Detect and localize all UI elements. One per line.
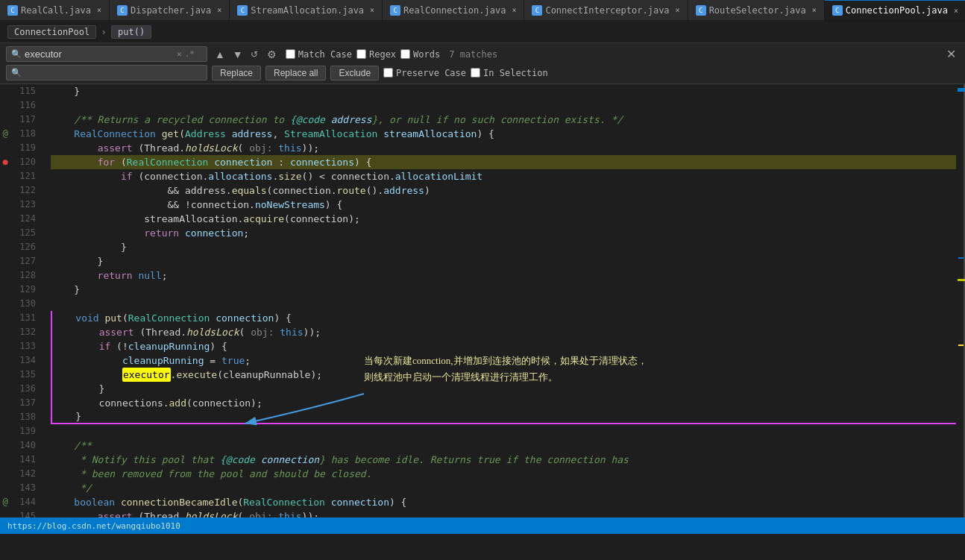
- line-num-127: 127: [13, 254, 36, 268]
- code-line-132: assert (Thread. holdsLock ( obj: this ))…: [51, 325, 956, 339]
- tab-dispatcher[interactable]: C Dispatcher.java ×: [110, 0, 230, 21]
- code-line-144: boolean connectionBecameIdle ( RealConne…: [51, 495, 956, 509]
- gutter-icon-144: @: [0, 495, 10, 509]
- find-prev-btn[interactable]: ▲: [212, 48, 228, 61]
- line-num-139: 139: [13, 424, 36, 438]
- line-num-138: 138: [13, 410, 36, 424]
- line-num-119: 119: [13, 141, 36, 155]
- code-line-127: }: [51, 254, 956, 268]
- tab-routesel[interactable]: C RouteSelector.java ×: [688, 0, 825, 21]
- tab-close-connectinterceptor[interactable]: ×: [676, 6, 680, 14]
- line-num-123: 123: [13, 198, 36, 212]
- code-line-139: [51, 424, 956, 438]
- preserve-case-label: Preserve Case: [396, 68, 466, 78]
- preserve-case-checkbox[interactable]: [383, 68, 393, 78]
- tab-close-realconn[interactable]: ×: [512, 6, 516, 14]
- in-selection-label: In Selection: [483, 68, 548, 78]
- status-url: https://blog.csdn.net/wangqiubo1010: [7, 521, 180, 531]
- words-checkbox-wrap[interactable]: Words: [400, 49, 440, 60]
- tab-icon-streamalloc: C: [237, 5, 248, 16]
- line-num-134: 134: [13, 353, 36, 368]
- find-refresh-btn[interactable]: ↺: [248, 48, 261, 61]
- scrollbar-indicator-top: [958, 88, 965, 92]
- tab-close-streamalloc[interactable]: ×: [370, 6, 374, 14]
- bottom-bar: https://blog.csdn.net/wangqiubo1010: [0, 517, 965, 534]
- in-selection-wrap[interactable]: In Selection: [471, 68, 548, 78]
- code-line-126: }: [51, 240, 956, 254]
- code-line-131: void put ( RealConnection connection ) {: [51, 311, 956, 325]
- regex-checkbox-wrap[interactable]: Regex: [356, 49, 396, 60]
- tab-connectionpool[interactable]: C ConnectionPool.java ×: [825, 0, 965, 21]
- replace-input[interactable]: [25, 67, 189, 78]
- code-line-129: }: [51, 283, 956, 297]
- line-num-131: 131: [13, 311, 36, 325]
- code-line-124: streamAllocation. acquire (connection);: [51, 212, 956, 226]
- tab-realcall[interactable]: C RealCall.java ×: [0, 0, 110, 21]
- tab-close-routesel[interactable]: ×: [812, 6, 817, 14]
- line-num-130: 130: [13, 297, 36, 311]
- line-num-120: 120: [13, 155, 36, 169]
- exclude-btn[interactable]: Exclude: [330, 66, 379, 81]
- tab-close-realcall[interactable]: ×: [97, 6, 101, 14]
- tab-label-dispatcher: Dispatcher.java: [131, 5, 211, 16]
- tab-connectinterceptor[interactable]: C ConnectInterceptor.java ×: [524, 0, 688, 21]
- line-num-142: 142: [13, 467, 36, 481]
- code-line-136: }: [51, 382, 956, 396]
- find-row: 🔍 ✕ .* ▲ ▼ ↺ ⚙ Match Case Regex Words 7 …: [6, 46, 959, 62]
- in-selection-checkbox[interactable]: [471, 68, 480, 78]
- highlight-executor: executor: [122, 368, 171, 382]
- find-clear-btn[interactable]: ✕: [177, 49, 182, 59]
- breadcrumb-connectionpool[interactable]: ConnectionPool: [7, 25, 96, 39]
- matches-count: 7 matches: [449, 49, 497, 60]
- find-regex-toggle[interactable]: .*: [185, 49, 195, 59]
- line-num-125: 125: [13, 226, 36, 240]
- replace-icon: 🔍: [11, 68, 22, 78]
- code-line-141: * Notify this pool that {@code connectio…: [51, 453, 956, 467]
- tab-realconn[interactable]: C RealConnection.java ×: [383, 0, 524, 21]
- code-line-116: [51, 98, 956, 113]
- find-settings-btn[interactable]: ⚙: [263, 48, 281, 61]
- scrollbar-indicator-mid: [958, 279, 965, 281]
- tab-streamalloc[interactable]: C StreamAllocation.java ×: [230, 0, 383, 21]
- tab-icon-connectionpool: C: [832, 5, 843, 16]
- code-line-143: */: [51, 481, 956, 495]
- line-num-143: 143: [13, 481, 36, 495]
- find-bar: 🔍 ✕ .* ▲ ▼ ↺ ⚙ Match Case Regex Words 7 …: [0, 43, 965, 84]
- search-input[interactable]: [25, 48, 174, 60]
- code-content[interactable]: } /** Returns a recycled connection to {…: [43, 84, 956, 517]
- regex-label: Regex: [369, 49, 396, 60]
- tab-close-connectionpool[interactable]: ×: [954, 7, 958, 15]
- search-icon: 🔍: [11, 49, 22, 59]
- tab-label-realcall: RealCall.java: [21, 5, 91, 16]
- gutter-icon-118: @: [0, 127, 10, 141]
- find-close-btn[interactable]: ✕: [943, 46, 959, 62]
- tab-icon-realcall: C: [7, 5, 18, 16]
- preserve-case-wrap[interactable]: Preserve Case: [383, 68, 466, 78]
- match-case-checkbox-wrap[interactable]: Match Case: [286, 49, 352, 60]
- right-scrollbar[interactable]: [956, 84, 965, 517]
- tab-label-streamalloc: StreamAllocation.java: [251, 5, 364, 16]
- find-next-btn[interactable]: ▼: [230, 48, 246, 61]
- words-checkbox[interactable]: [400, 49, 410, 59]
- line-num-133: 133: [13, 339, 36, 353]
- tab-label-connectionpool: ConnectionPool.java: [846, 5, 948, 16]
- line-num-118: 118: [13, 127, 36, 141]
- breadcrumb-put[interactable]: put(): [111, 25, 151, 39]
- breadcrumb-separator: ›: [101, 26, 107, 37]
- line-num-145: 145: [13, 509, 36, 517]
- match-case-checkbox[interactable]: [286, 49, 295, 59]
- tab-close-dispatcher[interactable]: ×: [217, 6, 221, 14]
- line-num-116: 116: [13, 98, 36, 113]
- line-num-137: 137: [13, 396, 36, 410]
- line-num-126: 126: [13, 240, 36, 254]
- line-num-135: 135: [13, 368, 36, 382]
- replace-all-btn[interactable]: Replace all: [265, 66, 326, 81]
- code-line-138: }: [51, 410, 956, 424]
- replace-btn[interactable]: Replace: [212, 66, 261, 81]
- line-num-129: 129: [13, 283, 36, 297]
- code-line-133: if (! cleanupRunning ) {: [51, 339, 956, 353]
- code-line-119: assert (Thread. holdsLock ( obj: this ))…: [51, 141, 956, 155]
- line-num-121: 121: [13, 169, 36, 183]
- regex-checkbox[interactable]: [356, 49, 366, 59]
- code-line-137: connections. add (connection);: [51, 396, 956, 410]
